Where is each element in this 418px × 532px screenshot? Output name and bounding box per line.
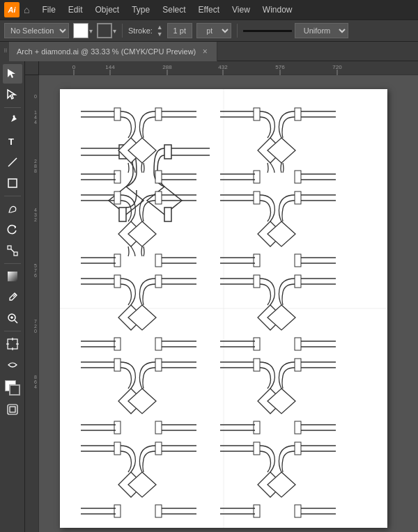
artwork-svg <box>60 89 387 528</box>
svg-rect-153 <box>155 505 162 517</box>
canvas-area: 0 144 288 432 576 720 0 144 288 432 576 … <box>25 61 418 532</box>
svg-rect-65 <box>254 171 260 183</box>
svg-rect-33 <box>119 208 126 221</box>
svg-rect-129 <box>155 421 162 434</box>
ruler-v-432: 432 <box>34 208 37 222</box>
svg-rect-9 <box>8 272 17 281</box>
svg-rect-56 <box>155 108 162 120</box>
rotate-tool[interactable] <box>3 220 22 240</box>
stroke-unit-dropdown[interactable]: pt <box>196 23 231 38</box>
menu-window[interactable]: Window <box>257 3 298 16</box>
document-paper <box>60 89 387 528</box>
fill-arrow[interactable]: ▾ <box>89 27 93 35</box>
blend-tool[interactable] <box>3 241 22 260</box>
menu-bar: Ai ⌂ File Edit Object Type Select Effect… <box>0 0 418 19</box>
tool-sep-4 <box>4 331 21 331</box>
svg-rect-40 <box>86 92 92 104</box>
ruler-v-720: 720 <box>34 319 37 334</box>
ruler-corner <box>25 61 39 75</box>
svg-rect-165 <box>295 505 301 517</box>
warp-tool[interactable] <box>3 355 22 375</box>
direct-selection-tool[interactable] <box>3 85 22 104</box>
svg-line-8 <box>11 249 14 252</box>
document-canvas <box>39 75 418 532</box>
zoom-tool[interactable] <box>3 308 22 328</box>
tab-close-button[interactable]: × <box>200 47 210 56</box>
svg-rect-7 <box>14 252 17 256</box>
eyedropper-tool[interactable] <box>3 288 22 307</box>
svg-rect-124 <box>114 359 121 371</box>
svg-line-12 <box>15 320 17 323</box>
selection-tool[interactable] <box>3 64 22 84</box>
menu-object[interactable]: Object <box>90 3 125 16</box>
type-tool[interactable]: T <box>3 132 22 151</box>
menu-edit[interactable]: Edit <box>63 3 88 16</box>
ruler-v-288: 288 <box>34 159 37 173</box>
svg-rect-80 <box>155 191 162 204</box>
stroke-up-icon[interactable]: ▲▼ <box>157 24 163 38</box>
svg-rect-81 <box>155 254 162 267</box>
svg-rect-88 <box>254 191 260 204</box>
stroke-arrow[interactable]: ▾ <box>113 27 116 35</box>
menu-select[interactable]: Select <box>157 3 191 16</box>
rectangle-tool[interactable] <box>3 173 22 193</box>
svg-rect-164 <box>295 442 301 455</box>
svg-rect-149 <box>114 505 121 517</box>
artboard-tool[interactable] <box>3 334 22 354</box>
svg-marker-1 <box>8 90 15 99</box>
svg-rect-15 <box>8 339 17 349</box>
svg-rect-152 <box>155 442 162 455</box>
svg-rect-57 <box>155 171 162 183</box>
svg-rect-41 <box>86 162 92 174</box>
gripper-icon: ⠿ <box>3 48 6 54</box>
svg-rect-53 <box>114 171 121 183</box>
svg-point-2 <box>13 116 15 118</box>
horizontal-ruler: 0 144 288 432 576 720 <box>39 61 418 75</box>
svg-rect-128 <box>155 359 162 371</box>
ruler-v-144: 144 <box>34 110 37 125</box>
tool-sep-2 <box>4 196 21 196</box>
svg-rect-101 <box>114 338 121 350</box>
vertical-ruler: 0 144 288 432 576 720 864 <box>25 75 39 532</box>
ai-logo: Ai <box>4 2 20 17</box>
svg-rect-20 <box>8 405 17 414</box>
svg-rect-5 <box>8 179 17 187</box>
pen-tool[interactable] <box>3 111 22 130</box>
svg-rect-52 <box>114 108 121 120</box>
svg-marker-0 <box>8 69 15 78</box>
pencil-tool[interactable] <box>3 199 22 219</box>
screen-mode-tool[interactable] <box>3 400 22 419</box>
line-tool[interactable] <box>3 152 22 172</box>
svg-rect-160 <box>254 442 260 455</box>
fill-stroke-indicator[interactable] <box>3 379 22 397</box>
tool-sep-1 <box>4 107 21 108</box>
svg-rect-117 <box>295 338 301 350</box>
menu-effect[interactable]: Effect <box>193 3 225 16</box>
svg-rect-113 <box>254 338 260 350</box>
svg-rect-112 <box>254 275 260 288</box>
tool-sep-3 <box>4 263 21 264</box>
document-tab[interactable]: Arch + diamond.ai @ 33.33 % (CMYK/CPU Pr… <box>10 42 217 61</box>
tab-gripper: ⠿ <box>0 42 10 61</box>
gradient-tool[interactable] <box>3 267 22 286</box>
fill-color[interactable] <box>73 23 88 38</box>
svg-rect-116 <box>295 275 301 288</box>
svg-rect-104 <box>155 275 162 288</box>
h-ruler-ticks <box>39 70 418 75</box>
home-icon[interactable]: ⌂ <box>24 4 29 15</box>
stroke-label: Stroke: <box>128 26 153 35</box>
svg-rect-137 <box>254 421 260 434</box>
ruler-v-576: 576 <box>34 263 37 278</box>
uniform-dropdown[interactable]: Uniform <box>295 23 348 38</box>
svg-rect-69 <box>295 171 301 183</box>
main-area: T <box>0 61 418 532</box>
stroke-input[interactable] <box>167 23 192 38</box>
svg-rect-161 <box>254 505 260 517</box>
menu-view[interactable]: View <box>226 3 256 16</box>
tab-bar: ⠿ Arch + diamond.ai @ 33.33 % (CMYK/CPU … <box>0 42 418 61</box>
selection-dropdown[interactable]: No Selection <box>4 23 69 38</box>
menu-file[interactable]: File <box>36 3 61 16</box>
stroke-color[interactable] <box>97 23 112 38</box>
svg-rect-77 <box>114 254 121 267</box>
menu-type[interactable]: Type <box>126 3 155 16</box>
